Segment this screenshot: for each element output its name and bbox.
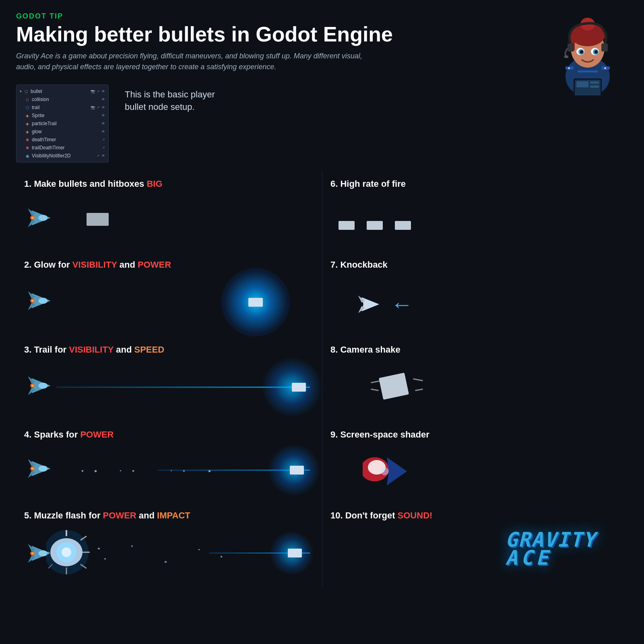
tip-4-prefix: 4. Sparks for bbox=[24, 429, 80, 440]
svg-rect-21 bbox=[576, 81, 588, 87]
tip-5-power: POWER bbox=[103, 510, 136, 520]
visibility-node-actions: ↗ 👁 bbox=[97, 154, 105, 158]
tip-4-spark-3 bbox=[120, 470, 121, 471]
tip-4-visual bbox=[24, 446, 310, 494]
tip-9-item: 9. Screen-space shader bbox=[322, 421, 628, 502]
tip-3-item: 3. Trail for VISIBILITY and SPEED bbox=[16, 336, 322, 421]
tip-7-item: 7. Knockback ← bbox=[322, 252, 628, 336]
tip-2-prefix: 2. Glow for bbox=[24, 260, 72, 270]
tip-8-label: 8. Camera shake bbox=[330, 345, 400, 355]
node-row-collision: □ collision 👁 bbox=[17, 95, 108, 103]
tip-1-visual bbox=[24, 195, 310, 244]
particle-trail-actions: 👁 bbox=[101, 122, 105, 126]
tip-8-box bbox=[379, 373, 409, 400]
tip-9-shader bbox=[363, 451, 411, 493]
node-row-glow: ◈ glow 👁 bbox=[17, 128, 108, 136]
tip-3-speed: SPEED bbox=[134, 345, 164, 355]
svg-point-54 bbox=[381, 467, 389, 475]
tip-5-prefix: 5. Muzzle flash for bbox=[24, 510, 103, 520]
node-section: ▾ ⬡ bullet 📷 ↗ 👁 □ collision 👁 ⬡ bbox=[16, 85, 628, 163]
node-row-bullet: ▾ ⬡ bullet 📷 ↗ 👁 bbox=[17, 87, 108, 95]
bullet-node-name: bullet bbox=[31, 89, 89, 94]
tip-8-line-left-2 bbox=[371, 388, 379, 391]
tip-5-spark-1 bbox=[98, 548, 100, 549]
tip-8-shake bbox=[371, 367, 423, 407]
tip-5-trail-sparks bbox=[87, 527, 310, 579]
signal-icon-trail-death: ↗ bbox=[102, 146, 105, 150]
tip-9-label: 9. Screen-space shader bbox=[330, 429, 429, 440]
tip-6-bullets bbox=[339, 221, 411, 230]
trail-node-name: trail bbox=[32, 105, 89, 110]
tip-10-prefix: 10. Don't forget bbox=[330, 510, 398, 520]
tip-1-bullet-rect bbox=[87, 213, 109, 226]
visibility-node-name: VisibilityNotifier2D bbox=[32, 153, 95, 159]
svg-point-35 bbox=[31, 299, 34, 302]
tip-7-title: 7. Knockback bbox=[330, 260, 616, 270]
tip-5-spark-3 bbox=[131, 545, 133, 547]
svg-marker-36 bbox=[362, 297, 380, 312]
glow-node-icon: ◈ bbox=[25, 129, 30, 134]
node-row-trail: ⬡ trail 📷 ↗ 👁 bbox=[17, 103, 108, 111]
tip-5-title: 5. Muzzle flash for POWER and IMPACT bbox=[24, 510, 310, 521]
tip-6-bullet-2 bbox=[367, 221, 383, 230]
signal-icon-vis: ↗ bbox=[97, 154, 100, 158]
tip-2-glow bbox=[221, 268, 290, 336]
tip-8-item: 8. Camera shake bbox=[322, 336, 628, 421]
tip-8-title: 8. Camera shake bbox=[330, 345, 616, 355]
tip-3-visibility: VISIBILITY bbox=[69, 345, 114, 355]
trail-death-timer-name: trailDeathTimer bbox=[32, 145, 100, 151]
tip-2-glow-circle bbox=[221, 268, 290, 336]
tip-3-visual bbox=[24, 361, 310, 413]
collision-node-icon: □ bbox=[25, 97, 30, 102]
tip-5-spark-2 bbox=[104, 558, 106, 559]
tip-9-visual bbox=[330, 446, 616, 494]
tip-1-number: 1. Make bullets and hitboxes bbox=[24, 179, 147, 189]
tip-10-visual: GRAVITY ACE bbox=[330, 527, 616, 575]
svg-point-44 bbox=[31, 384, 34, 387]
subtitle: Gravity Ace is a game about precision fl… bbox=[16, 51, 378, 72]
tip-7-visual: ← bbox=[330, 276, 616, 324]
svg-rect-5 bbox=[568, 43, 574, 52]
eye-icon: 👁 bbox=[101, 89, 105, 93]
svg-point-42 bbox=[39, 382, 48, 388]
tip-5-and: and bbox=[136, 510, 157, 520]
eye-icon-trail: 👁 bbox=[101, 105, 105, 109]
tip-4-bullet bbox=[290, 466, 304, 475]
tip-10-sound: SOUND! bbox=[398, 510, 433, 520]
glow-node-name: glow bbox=[32, 129, 100, 134]
tip-4-item: 4. Sparks for POWER bbox=[16, 421, 322, 502]
node-row-particle-trail: ◈ particleTrail 👁 bbox=[17, 120, 108, 128]
tip-7-ship bbox=[355, 292, 383, 316]
sprite-node-name: Sprite bbox=[32, 113, 100, 118]
tip-6-bullet-3 bbox=[395, 221, 411, 230]
trail-node-actions: 📷 ↗ 👁 bbox=[91, 105, 105, 109]
svg-point-60 bbox=[31, 552, 34, 555]
tip-8-line-right-2 bbox=[415, 388, 423, 391]
tip-5-item: 5. Muzzle flash for POWER and IMPACT bbox=[16, 502, 322, 587]
tip-6-bullet-1 bbox=[339, 221, 355, 230]
svg-text:★: ★ bbox=[604, 66, 607, 70]
tip-4-spark-2 bbox=[82, 470, 83, 472]
visibility-node-icon: ◉ bbox=[25, 153, 30, 159]
tip-8-line-right-1 bbox=[413, 378, 423, 381]
tip-7-label: 7. Knockback bbox=[330, 260, 388, 270]
signal-icon-trail: ↗ bbox=[97, 105, 100, 109]
svg-point-12 bbox=[580, 50, 583, 54]
tip-6-item: 6. High rate of fire bbox=[322, 171, 628, 252]
tip-3-spaceship bbox=[24, 374, 54, 400]
tip-4-spaceship bbox=[24, 457, 54, 483]
eye-icon-glow: 👁 bbox=[101, 130, 105, 134]
svg-rect-6 bbox=[601, 43, 608, 52]
ace-text: ACE bbox=[505, 549, 596, 567]
svg-point-33 bbox=[39, 297, 48, 303]
svg-point-48 bbox=[39, 465, 48, 471]
main-title: Making better bullets in Godot Engine bbox=[16, 23, 628, 46]
bullet-node-actions: 📷 ↗ 👁 bbox=[91, 89, 105, 93]
tip-4-spark-1 bbox=[95, 470, 97, 472]
collision-node-name: collision bbox=[32, 97, 100, 102]
character-illustration: ★ ★ bbox=[547, 8, 628, 97]
tip-2-spaceship bbox=[24, 289, 54, 316]
glow-node-actions: 👁 bbox=[101, 130, 105, 134]
tip-1-highlight: BIG bbox=[147, 179, 162, 189]
eye-icon-vis: 👁 bbox=[101, 154, 105, 158]
